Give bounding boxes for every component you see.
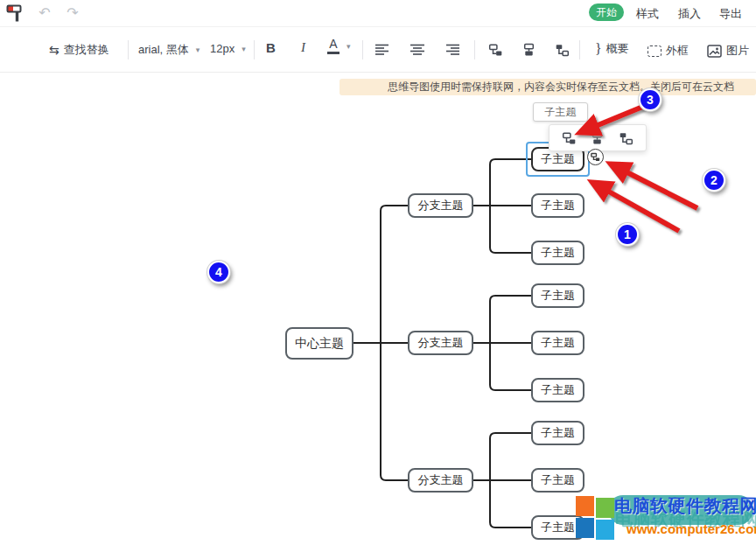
align-center-icon xyxy=(410,44,425,56)
format-toolbar: ⇆ 查找替换 arial, 黑体 ▾ 12px ▾ B I A ▾ xyxy=(0,27,756,73)
annotation-arrow-2 xyxy=(612,164,697,208)
toolbar-separator xyxy=(474,40,475,59)
chevron-down-icon: ▾ xyxy=(242,45,246,53)
subtopic-node[interactable]: 子主题 xyxy=(531,283,584,308)
insert-subtopic-button[interactable] xyxy=(488,43,503,57)
insert-parent-topic-button[interactable] xyxy=(555,43,570,57)
insert-sibling-icon[interactable] xyxy=(588,129,607,148)
outer-frame-label: 外框 xyxy=(666,43,689,59)
font-size-select[interactable]: 12px ▾ xyxy=(210,42,246,55)
find-replace-label: 查找替换 xyxy=(64,42,109,58)
logo-square-orange xyxy=(576,496,594,516)
branch-topic-node-1[interactable]: 分支主题 xyxy=(408,193,473,218)
subtopic-node[interactable]: 子主题 xyxy=(531,468,584,493)
annotation-badge-4: 4 xyxy=(207,261,230,283)
font-color-glyph: A xyxy=(327,38,340,54)
logo-square-green xyxy=(596,498,614,518)
subtopic-node[interactable]: 子主题 xyxy=(531,378,584,402)
font-size-value: 12px xyxy=(210,42,234,55)
font-color-bar xyxy=(327,52,340,54)
logo-square-cyan xyxy=(596,520,614,540)
chevron-down-icon: ▾ xyxy=(196,45,200,54)
insert-parent-topic-icon xyxy=(555,43,570,57)
insert-parent-topic-icon[interactable] xyxy=(617,129,636,148)
site-url: www.computer26.com xyxy=(626,521,756,536)
logo-square-blue xyxy=(576,518,594,538)
subtopic-node[interactable]: 子主题 xyxy=(531,193,584,218)
header-bar: ↶ ↷ 开始 样式 插入 导出 xyxy=(0,0,756,27)
subtopic-node[interactable]: 子主题 xyxy=(531,241,584,265)
node-floating-toolbar xyxy=(549,124,647,151)
font-color-button[interactable]: A ▾ xyxy=(327,38,351,54)
app-logo-icon[interactable] xyxy=(6,3,24,23)
insert-image-label: 图片 xyxy=(726,43,749,59)
summary-label: 概要 xyxy=(606,41,629,57)
annotation-badge-2: 2 xyxy=(703,169,725,192)
find-replace-icon: ⇆ xyxy=(49,44,60,56)
insert-sibling-button[interactable] xyxy=(522,43,536,57)
toolbar-separator xyxy=(254,40,255,59)
insert-sibling-icon xyxy=(522,43,536,57)
annotation-arrow-1 xyxy=(593,183,679,231)
branch-topic-node-3[interactable]: 分支主题 xyxy=(408,468,473,493)
tab-insert[interactable]: 插入 xyxy=(678,6,701,22)
tab-export[interactable]: 导出 xyxy=(719,6,742,22)
outer-frame-icon xyxy=(648,45,662,57)
site-watermark: 电脑软硬件教程网 电脑软硬件教程网 www.computer26.com xyxy=(569,490,756,545)
italic-button[interactable]: I xyxy=(301,40,305,55)
align-right-button[interactable] xyxy=(444,44,460,56)
branch-topic-node-2[interactable]: 分支主题 xyxy=(408,331,473,355)
chevron-down-icon: ▾ xyxy=(346,42,351,51)
subtopic-tooltip: 子主题 xyxy=(533,102,588,122)
site-logo-icon xyxy=(576,496,614,540)
site-name: 电脑软硬件教程网 xyxy=(614,494,756,518)
insert-subtopic-icon xyxy=(488,43,503,57)
toolbar-separator xyxy=(128,40,129,59)
central-topic-node[interactable]: 中心主题 xyxy=(285,327,354,360)
annotation-badge-3: 3 xyxy=(639,88,662,111)
add-subtopic-icon xyxy=(591,152,600,162)
insert-subtopic-icon[interactable] xyxy=(559,129,578,148)
redo-icon[interactable]: ↷ xyxy=(63,3,82,24)
toolbar-separator xyxy=(579,40,580,59)
tab-start[interactable]: 开始 xyxy=(589,3,624,21)
subtopic-node[interactable]: 子主题 xyxy=(531,421,584,445)
cloud-save-notice: 思维导图使用时需保持联网，内容会实时保存至云文档。关闭后可在云文档 xyxy=(340,79,756,95)
summary-brace-icon: } xyxy=(595,41,602,57)
subtopic-node[interactable]: 子主题 xyxy=(531,331,584,355)
image-icon xyxy=(707,45,722,58)
align-center-button[interactable] xyxy=(410,44,425,56)
font-family-value: arial, 黑体 xyxy=(138,42,189,58)
bold-button[interactable]: B xyxy=(266,40,276,55)
add-subtopic-circle-button[interactable] xyxy=(587,149,604,165)
align-left-button[interactable] xyxy=(374,44,390,56)
summary-button[interactable]: } 概要 xyxy=(595,41,629,57)
annotation-badge-1: 1 xyxy=(616,223,639,246)
outer-frame-button[interactable]: 外框 xyxy=(648,43,689,59)
toolbar-separator xyxy=(362,40,363,59)
font-family-select[interactable]: arial, 黑体 ▾ xyxy=(138,42,200,58)
tab-style[interactable]: 样式 xyxy=(636,6,659,22)
undo-icon[interactable]: ↶ xyxy=(35,3,54,24)
insert-image-button[interactable]: 图片 xyxy=(707,43,749,59)
align-right-icon xyxy=(444,44,460,56)
align-left-icon xyxy=(374,44,390,56)
find-replace-button[interactable]: ⇆ 查找替换 xyxy=(49,42,109,58)
